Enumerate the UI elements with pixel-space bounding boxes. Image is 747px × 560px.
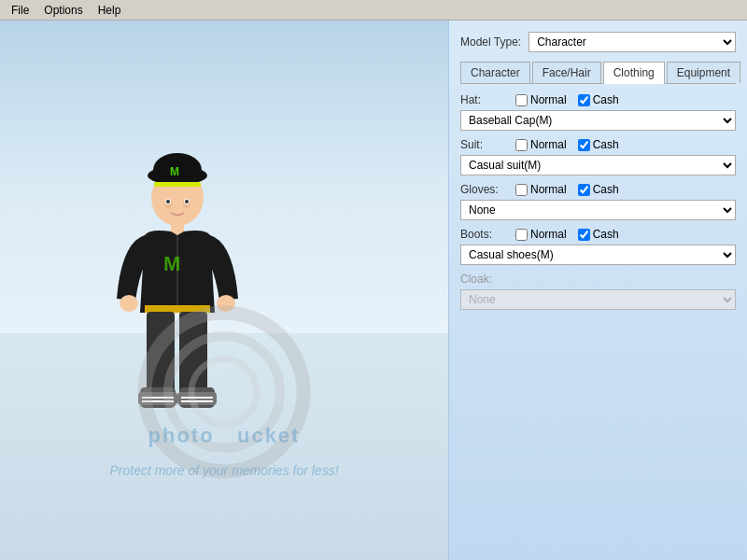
gloves-checkboxes: Normal Cash [515,183,619,196]
model-type-label: Model Type: [460,35,521,49]
suit-label: Suit: [460,138,512,151]
gloves-cash-checkbox-label[interactable]: Cash [578,183,619,196]
tabs: Character Face/Hair Clothing Equipment [460,62,736,84]
tab-face-hair[interactable]: Face/Hair [532,62,601,83]
suit-normal-checkbox-label[interactable]: Normal [515,138,567,151]
boots-cash-checkbox[interactable] [578,229,590,241]
model-type-select[interactable]: Character Monster NPC [529,32,736,52]
tab-equipment[interactable]: Equipment [667,62,740,83]
protect-text: Protect more of your memories for less! [0,463,448,478]
boots-checkboxes: Normal Cash [515,228,619,241]
hat-normal-label: Normal [530,93,567,106]
gloves-cash-checkbox[interactable] [578,184,590,196]
cloak-section-row: Cloak: [460,273,736,286]
suit-cash-label: Cash [593,138,619,151]
svg-point-9 [166,200,170,203]
svg-point-16 [217,295,235,312]
hat-checkboxes: Normal Cash [515,93,619,106]
suit-normal-label: Normal [530,138,567,151]
gloves-label: Gloves: [460,183,512,196]
suit-normal-checkbox[interactable] [515,139,528,151]
photobucket-watermark: photo ucket [0,424,448,448]
boots-label: Boots: [460,228,512,241]
boots-section-row: Boots: Normal Cash [460,228,736,241]
boots-dropdown[interactable]: Casual shoes(M) [460,245,736,265]
hat-normal-checkbox[interactable] [515,94,528,106]
gloves-normal-checkbox-label[interactable]: Normal [515,183,567,196]
boots-normal-checkbox-label[interactable]: Normal [515,228,567,241]
gloves-dropdown-row: None [460,200,736,220]
cloak-dropdown: None [460,289,736,310]
menu-file[interactable]: File [4,2,36,19]
boots-normal-label: Normal [530,228,567,241]
boots-cash-label: Cash [593,228,619,241]
menu-help[interactable]: Help [91,2,129,19]
tab-character[interactable]: Character [460,62,530,83]
hat-label: Hat: [460,93,512,106]
boots-cash-checkbox-label[interactable]: Cash [578,228,619,241]
hat-cash-label: Cash [593,93,619,106]
hat-dropdown-row: Baseball Cap(M) [460,110,736,131]
menubar: File Options Help [0,0,747,21]
svg-text:M: M [163,252,180,275]
gloves-dropdown[interactable]: None [460,200,736,220]
cloak-label: Cloak: [460,273,512,286]
model-type-row: Model Type: Character Monster NPC [460,32,736,52]
boots-dropdown-row: Casual shoes(M) [460,245,736,265]
suit-checkboxes: Normal Cash [515,138,619,151]
svg-point-15 [120,295,138,312]
svg-rect-3 [154,182,201,187]
suit-dropdown-row: Casual suit(M) [460,155,736,175]
hat-normal-checkbox-label[interactable]: Normal [515,93,567,106]
hat-section-row: Hat: Normal Cash [460,93,736,106]
character-figure: M M [93,149,261,448]
hat-cash-checkbox-label[interactable]: Cash [578,93,619,106]
hat-cash-checkbox[interactable] [578,94,590,106]
hat-dropdown[interactable]: Baseball Cap(M) [460,110,736,131]
menu-options[interactable]: Options [36,2,90,19]
tab-clothing[interactable]: Clothing [603,62,665,84]
gloves-normal-label: Normal [530,183,567,196]
svg-point-10 [185,200,189,203]
boots-normal-checkbox[interactable] [515,229,528,241]
suit-dropdown[interactable]: Casual suit(M) [460,155,736,175]
right-panel: Model Type: Character Monster NPC Charac… [448,21,747,560]
svg-rect-18 [179,312,207,396]
gloves-normal-checkbox[interactable] [515,184,528,196]
viewport: M M [0,21,448,560]
gloves-cash-label: Cash [593,183,619,196]
main-layout: M M [0,21,747,560]
svg-rect-17 [147,312,175,396]
suit-section-row: Suit: Normal Cash [460,138,736,151]
svg-rect-14 [145,305,210,313]
suit-cash-checkbox[interactable] [578,139,590,151]
gloves-section-row: Gloves: Normal Cash [460,183,736,196]
cloak-dropdown-row: None [460,289,736,310]
suit-cash-checkbox-label[interactable]: Cash [578,138,619,151]
svg-text:M: M [170,165,179,178]
